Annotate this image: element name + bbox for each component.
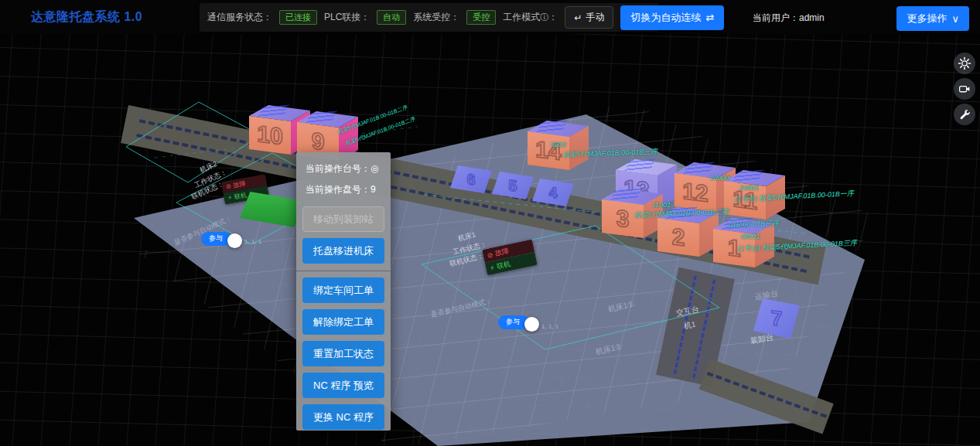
more-actions-button[interactable]: 更多操作 ∨ [896, 6, 969, 31]
app-title: 达意隆托盘系统 1.0 [31, 9, 142, 26]
workorder-code: 8002 [551, 141, 566, 148]
gear-icon [958, 56, 971, 70]
plc-status-label: PLC联接： [324, 11, 370, 24]
station-number-value: ◎ [370, 163, 378, 174]
workorder-code: 24001 [739, 184, 759, 192]
bind-workorder-button[interactable]: 绑定车间工单 [302, 277, 384, 303]
machine1-counts: 1, 1, 1 [541, 323, 558, 330]
tools-button[interactable] [954, 104, 975, 125]
manual-mode-button[interactable]: ↵ 手动 [565, 6, 613, 29]
link-icon: ⚡ [489, 264, 495, 272]
comm-status-label: 通信服务状态： [207, 11, 272, 24]
scene-3d[interactable]: 6 5 4 7 10 9 14 13 12 [0, 34, 980, 446]
swap-icon: ⇄ [705, 12, 714, 23]
machine2-auto-toggle[interactable]: 参与 [201, 229, 242, 248]
enter-arrow-icon: ↵ [574, 12, 582, 23]
current-user-value: admin [799, 12, 825, 23]
workorder-label: 01B.00-01B三序 [729, 219, 780, 230]
comm-status-badge: 已连接 [279, 10, 317, 25]
pallet-number-value: 9 [370, 184, 376, 195]
machine-short-label: 机1 [683, 319, 697, 332]
switch-auto-button[interactable]: 切换为自动连续 ⇄ [620, 5, 724, 30]
workorder-code: 11001 [652, 201, 671, 209]
toggle-knob [227, 233, 242, 248]
fault-icon: ⊘ [487, 250, 493, 259]
camera-view-button[interactable] [954, 78, 975, 100]
change-nc-program-button[interactable]: 更换 NC 程序 [302, 404, 384, 430]
pallet-context-menu: 当前操作台号：◎ 当前操作盘号：9 移动到装卸站 托盘移进机床 绑定车间工单 解… [296, 152, 391, 431]
wrench-icon [958, 108, 971, 121]
pallet-into-machine-button[interactable]: 托盘移进机床 [302, 238, 384, 264]
reset-machining-state-button[interactable]: 重置加工状态 [302, 341, 384, 366]
machine1-auto-toggle[interactable]: 参与 [498, 312, 539, 332]
nc-program-preview-button[interactable]: NC 程序 预览 [302, 373, 384, 398]
current-user: 当前用户：admin [753, 12, 825, 25]
menu-divider [296, 271, 391, 271]
link-icon: ⚡ [227, 194, 233, 202]
info-icon: ⓘ [540, 12, 548, 23]
toggle-knob [524, 317, 539, 332]
status-strip: 通信服务状态： 已连接 PLC联接： 自动 系统受控： 受控 工作模式ⓘ： ↵ … [200, 3, 659, 32]
control-status-label: 系统受控： [413, 11, 459, 24]
camera-icon [958, 82, 971, 96]
pallet-number-line: 当前操作盘号：9 [296, 179, 391, 200]
station-number-line: 当前操作台号：◎ [296, 158, 391, 179]
machine2-counts: 1, 1, 1 [244, 238, 261, 245]
unbind-workorder-button[interactable]: 解除绑定工单 [302, 309, 384, 335]
machine1-online: 联机 [496, 259, 511, 271]
machine2-fault: 故障 [233, 179, 247, 190]
work-mode-label: 工作模式ⓘ： [503, 11, 558, 24]
app-window: 达意隆托盘系统 1.0 通信服务状态： 已连接 PLC联接： 自动 系统受控： … [0, 0, 980, 446]
control-status-badge: 受控 [466, 10, 496, 25]
machine2-online: 联机 [234, 191, 248, 202]
move-to-loaddock-button[interactable]: 移动到装卸站 [302, 206, 384, 232]
header-bar: 达意隆托盘系统 1.0 通信服务状态： 已连接 PLC联接： 自动 系统受控： … [0, 0, 980, 34]
pallet-number: 2 [657, 218, 699, 257]
settings-button[interactable] [954, 53, 975, 74]
chevron-down-icon: ∨ [951, 13, 959, 25]
machine1-fault: 故障 [494, 246, 510, 258]
fault-icon: ⊘ [225, 182, 231, 190]
workorder-code: 08001 [741, 233, 760, 240]
workorder-code: 23000 [710, 174, 729, 182]
pallet-number: 10 [249, 116, 291, 155]
plc-status-badge: 自动 [377, 10, 406, 25]
